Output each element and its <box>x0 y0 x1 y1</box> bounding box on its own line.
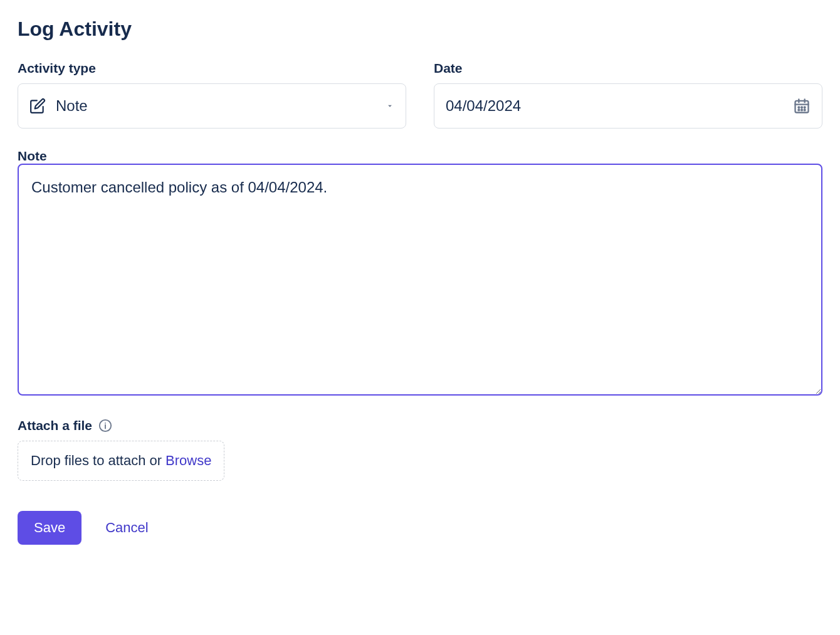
attach-label: Attach a file <box>18 418 92 433</box>
calendar-icon <box>793 97 811 115</box>
attach-group: Attach a file Drop files to attach or Br… <box>18 418 822 481</box>
edit-icon <box>29 98 46 114</box>
note-label: Note <box>18 149 47 163</box>
svg-point-12 <box>105 422 106 424</box>
chevron-down-icon <box>386 102 394 110</box>
dropzone-text: Drop files to attach or <box>31 453 162 469</box>
svg-point-8 <box>801 109 802 110</box>
save-button[interactable]: Save <box>18 511 81 545</box>
attach-label-row: Attach a file <box>18 418 822 433</box>
browse-link[interactable]: Browse <box>165 453 211 469</box>
svg-point-5 <box>801 107 802 108</box>
date-label: Date <box>434 61 822 76</box>
activity-type-value: Note <box>56 97 88 115</box>
activity-type-select[interactable]: Note <box>18 83 406 129</box>
top-fields-row: Activity type Note Date 04/04/2024 <box>18 61 822 129</box>
svg-point-4 <box>798 107 799 108</box>
cancel-button[interactable]: Cancel <box>105 520 148 536</box>
info-icon <box>98 419 112 433</box>
date-input[interactable]: 04/04/2024 <box>434 83 822 129</box>
date-group: Date 04/04/2024 <box>434 61 822 129</box>
file-dropzone[interactable]: Drop files to attach or Browse <box>18 441 224 481</box>
note-textarea[interactable] <box>18 164 822 396</box>
activity-type-label: Activity type <box>18 61 406 76</box>
svg-point-9 <box>804 109 806 110</box>
note-group: Note <box>18 149 822 398</box>
svg-point-7 <box>798 109 799 110</box>
date-value: 04/04/2024 <box>446 97 521 115</box>
activity-type-group: Activity type Note <box>18 61 406 129</box>
actions-row: Save Cancel <box>18 511 822 545</box>
page-title: Log Activity <box>18 18 822 41</box>
svg-point-6 <box>804 107 806 108</box>
